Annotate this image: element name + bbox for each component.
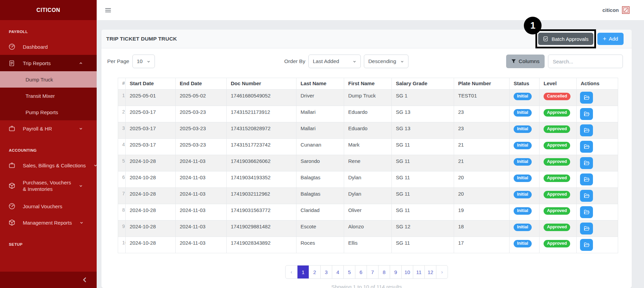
table-row: 4 2025-03-17 2025-03-23 17431517723742 C… xyxy=(118,139,618,155)
cell-level: Approved xyxy=(540,106,577,122)
cell-doc-number: 17419031563772 xyxy=(227,204,296,221)
sidebar-item-payroll-hr[interactable]: Payroll & HR xyxy=(0,120,97,137)
cell-start-date: 2024-10-28 xyxy=(126,171,176,188)
sidebar-item-trip-reports[interactable]: Trip Reports xyxy=(0,55,97,71)
order-by-select[interactable]: Last Added xyxy=(308,55,361,68)
cell-first-name: Eduardo xyxy=(344,122,392,139)
open-record-button[interactable] xyxy=(580,157,593,169)
cell-level: Approved xyxy=(540,237,577,253)
cell-actions xyxy=(577,188,618,204)
cell-salary-grade: SG 11 xyxy=(392,155,454,171)
speedometer-icon xyxy=(8,203,15,210)
folder-open-icon xyxy=(584,95,590,101)
sidebar-item-management-reports[interactable]: Management Reports xyxy=(0,214,97,231)
cell-salary-grade: SG 13 xyxy=(392,122,454,139)
cell-actions xyxy=(577,155,618,171)
batch-approvals-wrapper: Batch Approvals 1 xyxy=(538,33,593,45)
pagination-page-12[interactable]: 12 xyxy=(424,266,436,278)
cell-start-date: 2025-03-17 xyxy=(126,106,176,122)
pagination-page-4[interactable]: 4 xyxy=(332,266,343,278)
pagination-page-3[interactable]: 3 xyxy=(320,266,332,278)
columns-button[interactable]: Columns xyxy=(506,55,545,68)
pagination-page-1[interactable]: 1 xyxy=(297,266,309,278)
pagination-prev[interactable]: ‹ xyxy=(286,266,297,278)
pagination-page-9[interactable]: 9 xyxy=(390,266,401,278)
pagination-page-6[interactable]: 6 xyxy=(355,266,367,278)
level-badge: Approved xyxy=(544,125,570,133)
user-menu[interactable]: citicon xyxy=(602,6,630,14)
status-badge: Initial xyxy=(514,191,532,198)
pagination-page-7[interactable]: 7 xyxy=(367,266,378,278)
cell-first-name: Alonzo xyxy=(344,221,392,237)
per-page-select[interactable]: 10 xyxy=(132,55,155,68)
results-summary: Showing 1 to 10 of 114 results xyxy=(101,284,632,288)
status-badge: Initial xyxy=(514,207,532,215)
cell-level: Approved xyxy=(540,221,577,237)
cell-status: Initial xyxy=(510,122,540,139)
sidebar-item-dashboard[interactable]: Dashboard xyxy=(0,39,97,55)
cell-actions xyxy=(577,139,618,155)
pagination-next[interactable]: › xyxy=(436,266,448,278)
open-record-button[interactable] xyxy=(580,141,593,153)
cell-actions xyxy=(577,171,618,188)
cell-end-date: 2024-11-03 xyxy=(176,204,227,221)
sidebar-item-label: Payroll & HR xyxy=(23,126,52,132)
open-record-button[interactable] xyxy=(580,173,593,185)
open-record-button[interactable] xyxy=(580,92,593,104)
folder-open-icon xyxy=(584,209,590,215)
open-record-button[interactable] xyxy=(580,124,593,136)
cell-row-number: 5 xyxy=(118,155,126,171)
batch-approvals-button[interactable]: Batch Approvals xyxy=(538,33,593,45)
cell-doc-number: 17419032112962 xyxy=(227,188,296,204)
chevron-down-icon xyxy=(79,126,83,131)
per-page-group: Per Page 10 xyxy=(107,55,155,68)
table-row: 2 2025-03-17 2025-03-23 17431521173912 M… xyxy=(118,106,618,122)
table-body: 1 2025-05-01 2025-05-02 17461680549052 D… xyxy=(118,90,618,253)
hamburger-menu-icon[interactable] xyxy=(104,7,112,14)
box-icon xyxy=(8,219,15,226)
sidebar-item-purchases-vouchers-inventories[interactable]: Purchases, Vouchers & Inventories xyxy=(0,173,97,198)
order-by-group: Order By Last Added Descending xyxy=(284,55,408,68)
sidebar-item-transit-mixer[interactable]: Transit Mixer xyxy=(0,88,97,104)
chevron-down-icon xyxy=(400,60,404,63)
cell-last-name: Mallari xyxy=(296,122,344,139)
sidebar-collapse-button[interactable] xyxy=(82,277,88,283)
open-record-button[interactable] xyxy=(580,239,593,251)
open-record-button[interactable] xyxy=(580,206,593,218)
chevron-down-icon xyxy=(79,184,83,188)
briefcase-icon xyxy=(8,125,15,132)
sidebar-item-dump-truck[interactable]: Dump Truck xyxy=(0,71,97,88)
pagination-page-10[interactable]: 10 xyxy=(401,266,413,278)
cell-salary-grade: SG 11 xyxy=(392,139,454,155)
open-record-button[interactable] xyxy=(580,108,593,120)
cell-salary-grade: SG 1 xyxy=(392,90,454,106)
cell-start-date: 2025-03-17 xyxy=(126,122,176,139)
table-row: 3 2025-03-17 2025-03-23 17431520828972 M… xyxy=(118,122,618,139)
cell-status: Initial xyxy=(510,188,540,204)
briefcase-icon xyxy=(8,162,15,169)
pagination-page-8[interactable]: 8 xyxy=(378,266,390,278)
chevron-down-icon xyxy=(93,163,97,168)
sidebar-item-label: Journal Vouchers xyxy=(23,203,62,209)
pagination-page-2[interactable]: 2 xyxy=(309,266,320,278)
column-header-num: # xyxy=(118,78,126,90)
open-record-button[interactable] xyxy=(580,190,593,202)
column-header-start-date: Start Date xyxy=(126,78,176,90)
search-input[interactable] xyxy=(548,55,623,68)
table-row: 5 2024-10-28 2024-11-03 17419036626062 S… xyxy=(118,155,618,171)
sidebar-item-pump-reports[interactable]: Pump Reports xyxy=(0,104,97,120)
column-header-doc-number: Doc Number xyxy=(227,78,296,90)
open-record-button[interactable] xyxy=(580,223,593,234)
sidebar-item-sales-billings-collections[interactable]: Sales, Billings & Collections xyxy=(0,157,97,173)
pagination-page-5[interactable]: 5 xyxy=(343,266,355,278)
section-label-accounting: ACCOUNTING xyxy=(0,137,97,157)
sidebar-logo-bar[interactable]: CITICON xyxy=(0,0,97,20)
sort-direction-select[interactable]: Descending xyxy=(364,55,408,68)
level-badge: Approved xyxy=(544,191,570,198)
level-badge: Cancelled xyxy=(544,93,570,100)
status-badge: Initial xyxy=(514,240,532,247)
column-header-last-name: Last Name xyxy=(296,78,344,90)
add-button[interactable]: + Add xyxy=(597,33,624,45)
pagination-page-11[interactable]: 11 xyxy=(413,266,424,278)
sidebar-item-journal-vouchers[interactable]: Journal Vouchers xyxy=(0,198,97,214)
